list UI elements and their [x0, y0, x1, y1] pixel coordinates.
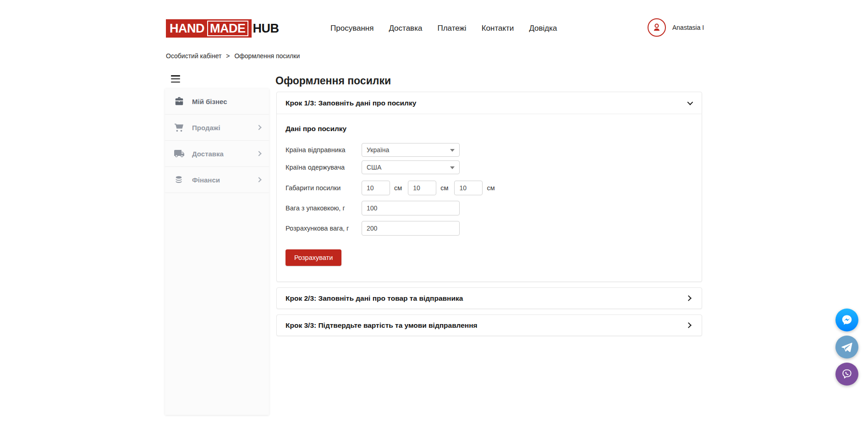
recipient-country-value: США — [367, 164, 381, 171]
sender-country-value: Україна — [367, 146, 389, 154]
sidebar-item-delivery[interactable]: Доставка — [165, 141, 269, 167]
packed-weight-label: Вага з упаковкою, г — [286, 204, 362, 212]
nav-item-help[interactable]: Довідка — [529, 24, 557, 33]
sidebar: Мій бізнес Продажі Доставка — [165, 88, 269, 415]
breadcrumb-personal-cabinet[interactable]: Особистий кабінет — [166, 52, 221, 60]
recipient-country-select[interactable]: США — [362, 160, 460, 174]
sender-country-select[interactable]: Україна — [362, 143, 460, 157]
hamburger-icon[interactable] — [171, 75, 180, 83]
logo-hand-text: HAND — [170, 22, 204, 36]
nav-item-payments[interactable]: Платежі — [437, 24, 466, 33]
breadcrumb-separator: > — [226, 52, 230, 60]
step1-accordion-header[interactable]: Крок 1/3: Заповніть дані про посилку — [277, 92, 702, 114]
sidebar-item-label: Доставка — [192, 150, 224, 158]
packed-weight-row: Вага з упаковкою, г — [286, 201, 693, 215]
nav-item-delivery[interactable]: Доставка — [389, 24, 422, 33]
packed-weight-input[interactable] — [362, 201, 460, 215]
floating-social-buttons — [835, 309, 858, 386]
unit-cm-label: см — [394, 184, 402, 192]
unit-cm-label: см — [440, 184, 448, 192]
chevron-down-icon — [687, 99, 693, 105]
page-title: Оформлення посилки — [275, 75, 391, 87]
parcel-data-heading: Дані про посилку — [286, 125, 693, 133]
telegram-icon[interactable] — [835, 336, 858, 358]
user-account[interactable]: Anastasia I — [648, 18, 704, 37]
select-caret-icon — [450, 149, 455, 152]
logo-made-text: MADE — [207, 21, 248, 36]
step2-title: Крок 2/3: Заповніть дані про товар та ві… — [286, 294, 463, 303]
calculate-button[interactable]: Розрахувати — [286, 249, 341, 266]
recipient-country-row: Країна одержувача США — [286, 160, 693, 174]
page: HAND MADE HUB Просування Доставка Платеж… — [0, 0, 868, 430]
dimensions-row: Габарити посилки см см см — [286, 181, 693, 195]
unit-cm-label: см — [487, 184, 494, 192]
step3-accordion-header[interactable]: Крок 3/3: Підтвердьте вартість та умови … — [277, 315, 702, 336]
sidebar-item-label: Фінанси — [192, 176, 220, 184]
viber-icon[interactable] — [835, 363, 858, 386]
briefcase-icon — [174, 96, 185, 107]
chevron-right-icon — [256, 177, 261, 182]
top-navigation: Просування Доставка Платежі Контакти Дов… — [330, 24, 557, 33]
nav-item-promotion[interactable]: Просування — [330, 24, 374, 33]
cart-icon — [174, 122, 185, 133]
recipient-country-label: Країна одержувача — [286, 164, 362, 171]
sidebar-item-my-business[interactable]: Мій бізнес — [165, 88, 269, 115]
handmade-hub-logo[interactable]: HAND MADE HUB — [166, 19, 279, 38]
dimension-length-input[interactable] — [362, 181, 390, 195]
chevron-right-icon — [256, 151, 261, 156]
logo-hub-text: HUB — [253, 22, 279, 36]
sidebar-item-label: Продажі — [192, 124, 220, 132]
sidebar-item-sales[interactable]: Продажі — [165, 115, 269, 141]
nav-item-contacts[interactable]: Контакти — [482, 24, 514, 33]
sender-country-row: Країна відправника Україна — [286, 143, 693, 157]
step1-title: Крок 1/3: Заповніть дані про посилку — [286, 99, 416, 107]
logo-red-box: HAND MADE — [166, 19, 252, 38]
dimensions-label: Габарити посилки — [286, 184, 362, 192]
step2-accordion-header[interactable]: Крок 2/3: Заповніть дані про товар та ві… — [277, 288, 702, 309]
dimension-height-input[interactable] — [454, 181, 483, 195]
sidebar-item-label: Мій бізнес — [192, 98, 227, 105]
user-name: Anastasia I — [672, 24, 704, 31]
sender-country-label: Країна відправника — [286, 146, 362, 154]
breadcrumb: Особистий кабінет > Оформлення посилки — [166, 52, 300, 60]
messenger-icon[interactable] — [835, 309, 858, 331]
calculated-weight-row: Розрахункова вага, г — [286, 221, 693, 236]
coins-icon — [174, 174, 185, 185]
chevron-right-icon — [256, 125, 261, 130]
chevron-right-icon — [686, 295, 692, 301]
chevron-right-icon — [686, 322, 692, 328]
step3-title: Крок 3/3: Підтвердьте вартість та умови … — [286, 321, 478, 330]
user-avatar-icon — [648, 18, 666, 37]
truck-icon — [174, 148, 185, 159]
dimension-width-input[interactable] — [408, 181, 436, 195]
step3-accordion: Крок 3/3: Підтвердьте вартість та умови … — [276, 314, 702, 336]
step1-form: Дані про посилку Країна відправника Укра… — [277, 114, 702, 266]
step1-accordion: Крок 1/3: Заповніть дані про посилку Дан… — [276, 92, 702, 282]
calculated-weight-label: Розрахункова вага, г — [286, 225, 362, 232]
calculated-weight-input[interactable] — [362, 221, 460, 236]
sidebar-item-finances[interactable]: Фінанси — [165, 167, 269, 193]
step2-accordion: Крок 2/3: Заповніть дані про товар та ві… — [276, 287, 702, 309]
select-caret-icon — [450, 166, 455, 169]
breadcrumb-parcel-checkout[interactable]: Оформлення посилки — [234, 52, 300, 60]
